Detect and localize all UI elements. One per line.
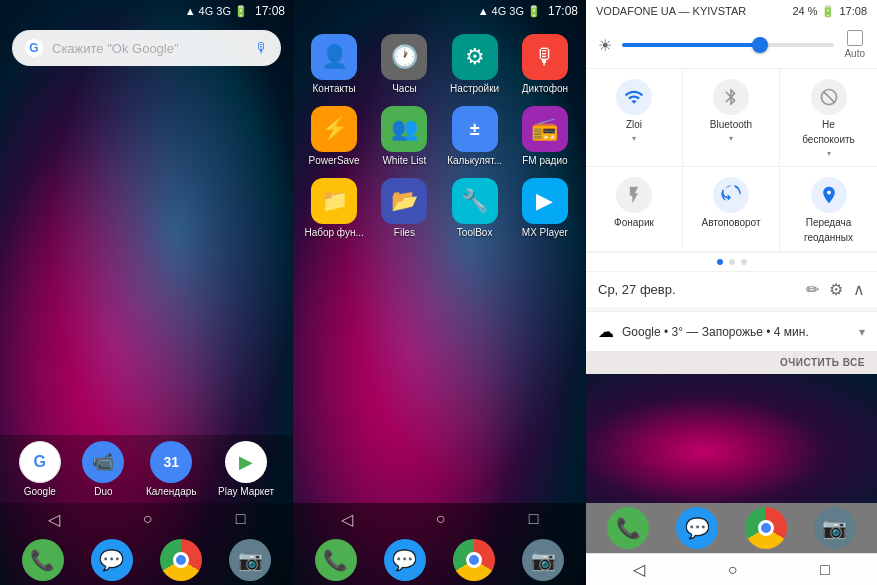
status-bar-mid: ▲ 4G 3G 🔋 17:08 bbox=[293, 0, 586, 22]
panel-nav: ◁ ○ □ bbox=[586, 553, 877, 585]
recents-btn[interactable]: □ bbox=[236, 510, 246, 528]
app-fm-radio[interactable]: 📻 FM радио bbox=[512, 102, 578, 170]
battery-icon-panel: 🔋 bbox=[821, 5, 835, 18]
brightness-slider[interactable] bbox=[622, 43, 834, 47]
duo-icon: 📹 bbox=[82, 441, 124, 483]
bottom-apps-mid: 📞 💬 📷 bbox=[293, 535, 586, 585]
bottom-apps-left: 📞 💬 📷 bbox=[0, 535, 293, 585]
whitelist-label: White List bbox=[382, 155, 426, 166]
settings-btn[interactable]: ⚙ bbox=[829, 280, 843, 299]
calculator-label: Калькулят... bbox=[447, 155, 502, 166]
calendar-icon: 31 bbox=[150, 441, 192, 483]
chrome-app-left[interactable] bbox=[160, 539, 202, 581]
dock-label-duo: Duo bbox=[94, 486, 112, 497]
search-placeholder: Скажите "Ok Google" bbox=[52, 41, 247, 56]
back-btn[interactable]: ◁ bbox=[48, 510, 60, 529]
home-btn-panel[interactable]: ○ bbox=[728, 561, 738, 579]
dock-google[interactable]: G Google bbox=[19, 441, 61, 497]
phone-app-mid[interactable]: 📞 bbox=[315, 539, 357, 581]
dot-2[interactable] bbox=[729, 259, 735, 265]
back-btn-mid[interactable]: ◁ bbox=[341, 510, 353, 529]
flashlight-icon bbox=[624, 185, 644, 205]
carrier-label: VODAFONE UA — KYIVSTAR bbox=[596, 5, 746, 17]
screen-mid: ▲ 4G 3G 🔋 17:08 👤 Контакты 🕐 Часы ⚙ Наст… bbox=[293, 0, 586, 585]
chrome-app-panel[interactable] bbox=[745, 507, 787, 549]
phone-icon: 📞 bbox=[22, 539, 64, 581]
app-mx-player[interactable]: ▶ MX Player bbox=[512, 174, 578, 242]
bluetooth-icon-wrap bbox=[713, 79, 749, 115]
sms-icon-panel: 💬 bbox=[676, 507, 718, 549]
phone-app-panel[interactable]: 📞 bbox=[607, 507, 649, 549]
panel-time: 17:08 bbox=[839, 5, 867, 17]
dock-calendar[interactable]: 31 Календарь bbox=[146, 441, 196, 497]
app-whitelist[interactable]: 👥 White List bbox=[371, 102, 437, 170]
app-calculator[interactable]: ± Калькулят... bbox=[442, 102, 508, 170]
toolbox-icon: 🔧 bbox=[452, 178, 498, 224]
chrome-app-mid[interactable] bbox=[453, 539, 495, 581]
date-actions: ✏ ⚙ ∧ bbox=[806, 280, 865, 299]
recents-btn-mid[interactable]: □ bbox=[529, 510, 539, 528]
back-btn-panel[interactable]: ◁ bbox=[633, 560, 645, 579]
recents-btn-panel[interactable]: □ bbox=[820, 561, 830, 579]
weather-cloud-icon: ☁ bbox=[598, 322, 614, 341]
edit-btn[interactable]: ✏ bbox=[806, 280, 819, 299]
app-files[interactable]: 📂 Files bbox=[371, 174, 437, 242]
app-contacts[interactable]: 👤 Контакты bbox=[301, 30, 367, 98]
auto-checkbox[interactable] bbox=[847, 30, 863, 46]
dock-play[interactable]: ▶ Play Маркет bbox=[218, 441, 274, 497]
brightness-thumb bbox=[752, 37, 768, 53]
bluetooth-label: Bluetooth bbox=[710, 119, 752, 130]
google-icon: G bbox=[19, 441, 61, 483]
settings-icon: ⚙ bbox=[452, 34, 498, 80]
dock-label-play: Play Маркет bbox=[218, 486, 274, 497]
toggle-location[interactable]: Передача геоданных bbox=[780, 167, 877, 252]
bottom-section-mid: ◁ ○ □ 📞 💬 📷 bbox=[293, 503, 586, 585]
date-row: Ср, 27 февр. ✏ ⚙ ∧ bbox=[586, 271, 877, 307]
weather-expand-icon: ▾ bbox=[859, 325, 865, 339]
bluetooth-icon bbox=[721, 87, 741, 107]
toggle-rotate[interactable]: Автоповорот bbox=[683, 167, 780, 252]
dock-duo[interactable]: 📹 Duo bbox=[82, 441, 124, 497]
location-label2: геоданных bbox=[804, 232, 853, 243]
home-btn[interactable]: ○ bbox=[143, 510, 153, 528]
phone-icon-mid: 📞 bbox=[315, 539, 357, 581]
battery-icon: 🔋 bbox=[234, 5, 248, 18]
signal-icon-mid: ▲ bbox=[478, 5, 489, 17]
weather-notification[interactable]: ☁ Google • 3° — Запорожье • 4 мин. ▾ bbox=[586, 311, 877, 351]
search-bar[interactable]: G Скажите "Ok Google" 🎙 bbox=[12, 30, 281, 66]
app-settings[interactable]: ⚙ Настройки bbox=[442, 30, 508, 98]
dnd-icon-wrap bbox=[811, 79, 847, 115]
screen-left: ▲ 4G 3G 🔋 17:08 G Скажите "Ok Google" 🎙 … bbox=[0, 0, 293, 585]
app-grid: 👤 Контакты 🕐 Часы ⚙ Настройки 🎙 Диктофон… bbox=[293, 26, 586, 246]
camera-app-panel[interactable]: 📷 bbox=[814, 507, 856, 549]
toggle-dnd[interactable]: Не беспокоить ▾ bbox=[780, 69, 877, 167]
toolset-icon: 📁 bbox=[311, 178, 357, 224]
brightness-icon: ☀ bbox=[598, 36, 612, 55]
dot-3[interactable] bbox=[741, 259, 747, 265]
phone-app-left[interactable]: 📞 bbox=[22, 539, 64, 581]
app-clock[interactable]: 🕐 Часы bbox=[371, 30, 437, 98]
app-powersave[interactable]: ⚡ PowerSave bbox=[301, 102, 367, 170]
camera-app-mid[interactable]: 📷 bbox=[522, 539, 564, 581]
toggle-bluetooth[interactable]: Bluetooth ▾ bbox=[683, 69, 780, 167]
sms-app-panel[interactable]: 💬 bbox=[676, 507, 718, 549]
toggle-flashlight[interactable]: Фонарик bbox=[586, 167, 683, 252]
clear-all-button[interactable]: ОЧИСТИТЬ ВСЕ bbox=[780, 357, 865, 368]
app-toolbox[interactable]: 🔧 ToolBox bbox=[442, 174, 508, 242]
dot-1[interactable] bbox=[717, 259, 723, 265]
collapse-btn[interactable]: ∧ bbox=[853, 280, 865, 299]
radio-icon: 📻 bbox=[522, 106, 568, 152]
toggle-wifi[interactable]: Zloi ▾ bbox=[586, 69, 683, 167]
settings-label: Настройки bbox=[450, 83, 499, 94]
app-dictaphone[interactable]: 🎙 Диктофон bbox=[512, 30, 578, 98]
sms-app-left[interactable]: 💬 bbox=[91, 539, 133, 581]
contacts-icon: 👤 bbox=[311, 34, 357, 80]
camera-app-left[interactable]: 📷 bbox=[229, 539, 271, 581]
dock-left: G Google 📹 Duo 31 Календарь ▶ Play Марке… bbox=[0, 435, 293, 503]
status-bar-left: ▲ 4G 3G 🔋 17:08 bbox=[0, 0, 293, 22]
auto-label: Auto bbox=[844, 48, 865, 60]
app-toolset[interactable]: 📁 Набор фун... bbox=[301, 174, 367, 242]
home-btn-mid[interactable]: ○ bbox=[436, 510, 446, 528]
location-icon-wrap bbox=[811, 177, 847, 213]
sms-app-mid[interactable]: 💬 bbox=[384, 539, 426, 581]
